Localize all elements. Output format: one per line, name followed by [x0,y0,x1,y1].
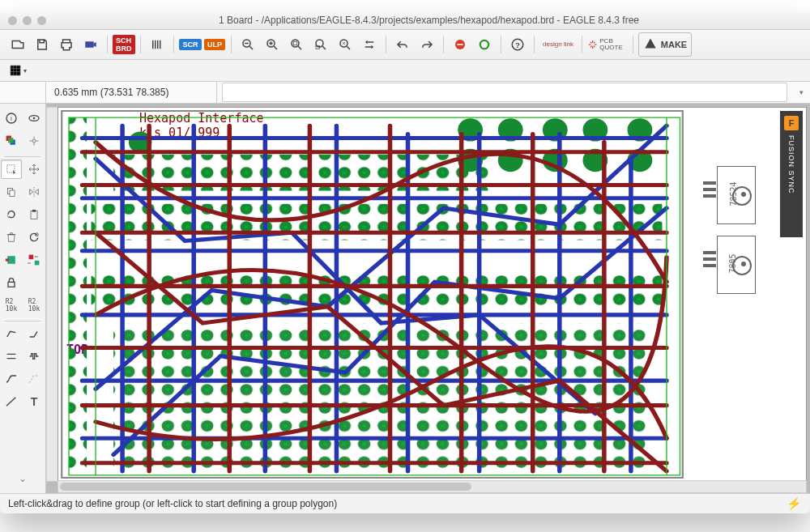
window-title: 1 Board - /Applications/EAGLE-8.4.3/proj… [56,15,802,26]
move-tool[interactable] [23,160,45,179]
svg-rect-30 [35,261,40,266]
miter-tool[interactable] [23,324,45,343]
library-button[interactable] [146,33,168,56]
fusion-sync-panel[interactable]: F FUSION SYNC [780,111,803,237]
pcb-quote-button[interactable]: PCB QUOTE [587,33,628,56]
zoom-window-button[interactable] [37,16,46,25]
horizontal-scrollbar[interactable] [58,480,807,493]
svg-point-3 [292,40,299,47]
show-tool[interactable] [23,109,45,128]
status-message: Left-click&drag to define group (or left… [8,498,337,509]
zoom-in-button[interactable] [261,33,284,56]
print-button[interactable] [55,33,78,56]
delete-tool[interactable] [1,228,22,247]
zoom-out-button[interactable] [237,33,259,56]
command-dropdown[interactable]: ▾ [792,81,810,104]
split-tool[interactable] [1,324,22,343]
make-button[interactable]: MAKE [638,32,692,57]
pcb-artwork [60,109,684,479]
canvas-container: Hexapod Interface kls 01/1999 TOP [46,104,810,493]
svg-rect-23 [10,190,15,196]
name-tool[interactable]: R210k [1,296,22,315]
component-reg1: 78S24 [717,166,756,224]
lock-tool[interactable] [1,273,22,292]
redo-button[interactable] [416,33,438,56]
replace-tool[interactable] [23,250,45,270]
value-tool[interactable]: R210k [23,296,45,315]
go-button[interactable] [473,33,496,56]
status-power-icon: ⚡ [787,496,802,511]
command-input[interactable] [222,83,787,102]
cam-button[interactable] [79,33,102,56]
route-tool[interactable] [1,369,22,389]
svg-rect-28 [6,258,9,261]
open-button[interactable] [6,33,29,56]
svg-rect-0 [85,41,94,48]
component-reg2: 7805 [717,236,756,294]
board-canvas[interactable]: Hexapod Interface kls 01/1999 TOP [58,107,807,482]
svg-text:?: ? [515,40,520,49]
add-tool[interactable] [1,250,22,270]
svg-rect-24 [31,211,37,219]
group-tool[interactable] [1,160,22,179]
svg-rect-25 [32,210,36,212]
more-tools-button[interactable]: ⌄ [4,469,41,488]
svg-rect-29 [29,255,34,260]
svg-rect-35 [69,117,87,471]
status-bar: Left-click&drag to define group (or left… [0,493,810,513]
smash-tool[interactable] [23,273,45,292]
save-button[interactable] [31,33,53,56]
rotate-tool[interactable] [1,205,22,224]
work-area: i R210kR210k T ⌄ Hexapod Inte [0,104,810,493]
canvas-column: Hexapod Interface kls 01/1999 TOP [46,104,810,493]
mirror-tool[interactable] [23,182,45,202]
svg-rect-9 [457,44,463,45]
help-button[interactable]: ? [506,33,529,56]
svg-point-10 [480,40,489,49]
grid-menu-button[interactable]: ▾ [6,62,28,79]
undo-button[interactable] [391,33,414,56]
meander-tool[interactable] [23,347,45,366]
svg-rect-4 [293,41,297,45]
copy-tool[interactable] [1,182,22,202]
wire-tool[interactable] [1,392,22,411]
fusion-icon: F [784,116,799,130]
minimize-window-button[interactable] [23,16,32,25]
ulp-button[interactable]: ULP [203,33,226,56]
coordinates-display: 0.635 mm (73.531 78.385) [46,82,217,103]
optimize-tool[interactable] [1,347,22,366]
design-link-button[interactable]: design link [539,33,577,56]
main-toolbar: SCH BRD SCR ULP ? design link PCB QUOTE … [0,30,810,60]
app-window: 1 Board - /Applications/EAGLE-8.4.3/proj… [0,11,810,513]
info-tool[interactable]: i [1,109,22,128]
coord-command-bar: 0.635 mm (73.531 78.385) ▾ [0,82,810,104]
sch-brd-switch-button[interactable]: SCH BRD [113,33,135,56]
svg-point-20 [32,139,36,143]
flip-button[interactable] [358,33,381,56]
mark-tool[interactable] [23,131,45,151]
svg-rect-19 [8,138,13,143]
layer-tool[interactable] [1,131,22,151]
svg-text:i: i [11,115,12,122]
paste-tool[interactable] [23,205,45,224]
svg-rect-31 [8,282,15,287]
fusion-sync-label: FUSION SYNC [787,135,795,194]
window-titlebar: 1 Board - /Applications/EAGLE-8.4.3/proj… [0,11,810,30]
stop-button[interactable] [449,33,471,56]
zoom-redraw-button[interactable] [334,33,356,56]
zoom-fit-button[interactable] [285,33,308,56]
change-tool[interactable] [23,228,45,247]
tool-palette: i R210kR210k T ⌄ [0,104,46,493]
text-tool[interactable]: T [23,392,45,411]
ripup-tool[interactable] [23,369,45,389]
zoom-select-button[interactable] [309,33,332,56]
traffic-lights [8,16,46,25]
close-window-button[interactable] [8,16,17,25]
svg-point-16 [33,117,36,120]
parameter-toolbar: ▾ [0,60,810,82]
scr-button[interactable]: SCR [179,33,202,56]
